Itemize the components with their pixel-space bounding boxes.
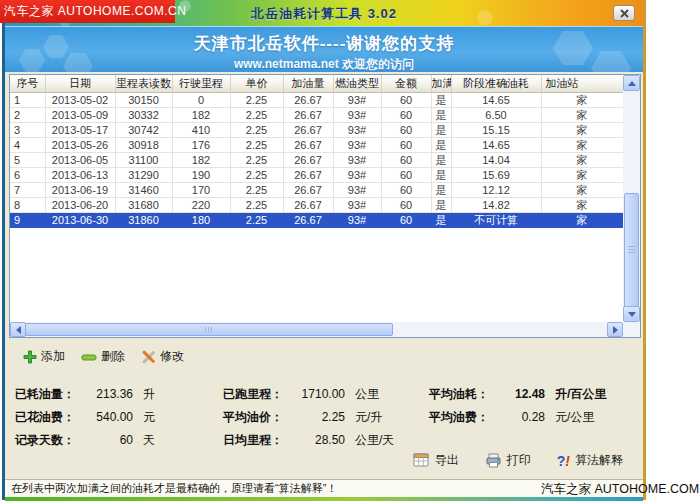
close-button[interactable] [613, 5, 635, 21]
actions-bar: 导出 打印 ?! 算法解释 [413, 452, 623, 469]
summary-unit: 升 [143, 386, 155, 403]
scroll-right-button[interactable] [607, 322, 623, 337]
summary-row: 记录天数：60天 [15, 432, 155, 448]
banner: 天津市北岳软件----谢谢您的支持 www.netmama.net 欢迎您的访问 [5, 26, 643, 72]
table-cell: 是 [431, 152, 451, 167]
table-cell: 是 [431, 197, 451, 212]
summary-label: 已跑里程： [223, 386, 289, 403]
scroll-left-button[interactable] [10, 322, 26, 337]
column-header[interactable]: 金额 [381, 75, 431, 92]
table-cell: 31680 [115, 197, 172, 212]
table-cell: 60 [381, 137, 431, 152]
table-cell: 是 [431, 167, 451, 182]
scroll-down-button[interactable] [623, 306, 640, 322]
table-cell: 2.25 [230, 182, 283, 197]
table-cell: 2013-06-13 [45, 167, 115, 182]
vertical-scroll-thumb[interactable] [624, 193, 639, 307]
table-cell: 2.25 [230, 122, 283, 137]
modify-record-button[interactable]: 修改 [141, 348, 184, 365]
table-row[interactable]: 42013-05-26309181762.2526.6793#60是14.65家 [10, 137, 623, 152]
table-cell: 家 [541, 212, 623, 227]
table-cell: 6.50 [451, 107, 541, 122]
record-toolbar: 添加 删除 修改 [23, 348, 184, 365]
summary-unit: 公里/天 [355, 432, 394, 449]
table-row[interactable]: 62013-06-13312901902.2526.6793#60是15.69家 [10, 167, 623, 182]
algorithm-explain-button[interactable]: ?! 算法解释 [557, 452, 623, 469]
table-cell: 31290 [115, 167, 172, 182]
column-header[interactable]: 加油站 [541, 75, 623, 92]
horizontal-scrollbar[interactable] [10, 322, 623, 337]
column-header[interactable]: 加油量 [283, 75, 333, 92]
delete-record-button[interactable]: 删除 [81, 348, 125, 365]
table-cell: 93# [333, 197, 381, 212]
table-cell: 31100 [115, 152, 172, 167]
table-cell: 2013-05-02 [45, 92, 115, 107]
table-cell: 家 [541, 152, 623, 167]
table-row[interactable]: 12013-05-023015002.2526.6793#60是14.65家 [10, 92, 623, 107]
table-cell: 2.25 [230, 197, 283, 212]
table-cell: 182 [172, 107, 230, 122]
statusbar-text: 在列表中两次加满之间的油耗才是最精确的，原理请看“算法解释”！ [11, 482, 337, 494]
algorithm-explain-label: 算法解释 [575, 452, 623, 469]
summary-label: 记录天数： [15, 432, 81, 449]
table-cell: 31460 [115, 182, 172, 197]
scroll-up-button[interactable] [623, 75, 640, 91]
summary-row: 平均油费：0.28元/公里 [429, 409, 606, 425]
column-header[interactable]: 单价 [230, 75, 283, 92]
table-cell: 15.69 [451, 167, 541, 182]
table-cell: 2013-06-30 [45, 212, 115, 227]
print-button[interactable]: 打印 [485, 452, 531, 469]
table-cell: 是 [431, 137, 451, 152]
column-header[interactable]: 行驶里程 [172, 75, 230, 92]
table-cell: 30150 [115, 92, 172, 107]
vertical-scrollbar[interactable] [623, 75, 640, 322]
banner-subtitle: www.netmama.net 欢迎您的访问 [5, 56, 643, 72]
table-cell: 30918 [115, 137, 172, 152]
table-cell: 14.04 [451, 152, 541, 167]
table-cell: 60 [381, 197, 431, 212]
table-cell: 2013-05-09 [45, 107, 115, 122]
table-cell: 176 [172, 137, 230, 152]
table-cell: 30742 [115, 122, 172, 137]
table-cell: 93# [333, 137, 381, 152]
table-row[interactable]: 32013-05-17307424102.2526.6793#60是15.15家 [10, 122, 623, 137]
table-cell: 2.25 [230, 212, 283, 227]
column-header[interactable]: 加满 [431, 75, 451, 92]
table-row[interactable]: 22013-05-09303321822.2526.6793#60是6.50家 [10, 107, 623, 122]
column-header[interactable]: 阶段准确油耗 [451, 75, 541, 92]
table-cell: 不可计算 [451, 212, 541, 227]
table-row[interactable]: 82013-06-20316802202.2526.6793#60是14.82家 [10, 197, 623, 212]
add-record-label: 添加 [41, 348, 65, 365]
summary-label: 平均油价： [223, 409, 289, 426]
table-cell: 7 [10, 182, 45, 197]
column-header[interactable]: 日期 [45, 75, 115, 92]
table-row[interactable]: 72013-06-19314601702.2526.6793#60是12.12家 [10, 182, 623, 197]
column-header[interactable]: 序号 [10, 75, 45, 92]
table-cell: 60 [381, 152, 431, 167]
summary-row: 平均油耗：12.48升/百公里 [429, 386, 606, 402]
table-cell: 6 [10, 167, 45, 182]
summary-label: 已花油费： [15, 409, 81, 426]
column-header[interactable]: 里程表读数 [115, 75, 172, 92]
table-cell: 是 [431, 122, 451, 137]
table-cell: 是 [431, 92, 451, 107]
table-cell: 60 [381, 92, 431, 107]
table-cell: 93# [333, 92, 381, 107]
arrow-right-icon [613, 326, 618, 334]
export-button[interactable]: 导出 [413, 452, 459, 469]
summary-value: 2.25 [289, 410, 345, 424]
bottom-panel: 添加 删除 修改 已耗油量：213.36升已花油费：540.00元记录天数： [5, 340, 643, 479]
add-record-button[interactable]: 添加 [23, 348, 65, 365]
table-row[interactable]: 92013-06-30318601802.2526.6793#60是不可计算家 [10, 212, 623, 227]
horizontal-scroll-thumb[interactable] [25, 323, 393, 336]
table-row[interactable]: 52013-06-05311001822.2526.6793#60是14.04家 [10, 152, 623, 167]
print-label: 打印 [507, 452, 531, 469]
app-window: 北岳油耗计算工具 3.02 天津市北岳软件----谢谢您的支持 www.netm… [2, 0, 646, 500]
arrow-up-icon [628, 81, 636, 86]
summary-row: 日均里程：28.50公里/天 [223, 432, 394, 448]
table-cell: 26.67 [283, 167, 333, 182]
summary-column-1: 已耗油量：213.36升已花油费：540.00元记录天数：60天 [15, 386, 155, 455]
column-header[interactable]: 燃油类型 [333, 75, 381, 92]
screen: 北岳油耗计算工具 3.02 天津市北岳软件----谢谢您的支持 www.netm… [0, 0, 700, 501]
table-cell: 26.67 [283, 122, 333, 137]
